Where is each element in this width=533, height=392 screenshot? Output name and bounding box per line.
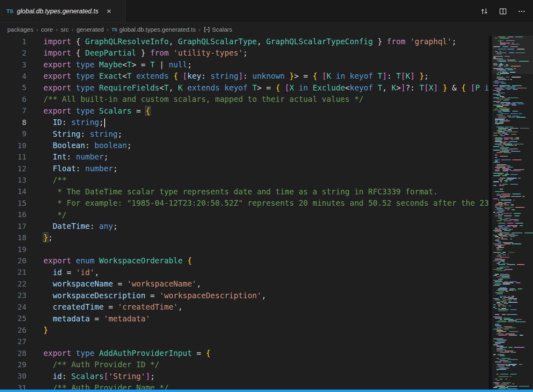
- code-content: /** All built-in and custom scalars, map…: [26, 93, 489, 105]
- ellipsis-icon: [517, 7, 526, 16]
- line-number[interactable]: 16: [0, 210, 26, 219]
- line-number[interactable]: 2: [0, 49, 26, 57]
- code-line[interactable]: 7export type Scalars = {: [0, 105, 489, 116]
- breadcrumb-label: Scalars: [212, 26, 232, 33]
- code-line[interactable]: 24 createdTime = 'createdTime',: [0, 301, 489, 312]
- code-line[interactable]: 29 /** Auth Provider ID */: [0, 359, 489, 370]
- breadcrumb-item-src[interactable]: src: [60, 26, 69, 33]
- line-number[interactable]: 8: [0, 118, 26, 127]
- open-changes-button[interactable]: [477, 4, 492, 19]
- line-number[interactable]: 14: [0, 187, 26, 196]
- code-line[interactable]: 25 metadata = 'metadata': [0, 313, 489, 324]
- code-line[interactable]: 2import { DeepPartial } from 'utility-ty…: [0, 47, 489, 58]
- scrollbar-track[interactable]: [489, 36, 492, 390]
- breadcrumb-label: packages: [7, 26, 33, 33]
- code-line[interactable]: 14 * The DateTime scalar type represents…: [0, 186, 489, 197]
- code-content: };: [26, 232, 489, 243]
- line-number[interactable]: 18: [0, 233, 26, 242]
- code-line[interactable]: 26}: [0, 324, 489, 336]
- more-actions-button[interactable]: [514, 4, 529, 19]
- line-number[interactable]: 4: [0, 72, 26, 80]
- split-editor-icon: [499, 7, 507, 16]
- line-number[interactable]: 5: [0, 83, 26, 92]
- code-line[interactable]: 19: [0, 243, 489, 255]
- breadcrumb-label: core: [41, 26, 53, 33]
- compare-changes-icon: [480, 7, 489, 16]
- code-content: */: [26, 209, 489, 220]
- line-number[interactable]: 7: [0, 106, 26, 115]
- code-line[interactable]: 20export enum WorkspaceOrderable {: [0, 255, 489, 266]
- code-content: export type Exact<T extends { [key: stri…: [26, 70, 489, 82]
- code-content: id: Scalars['String'];: [26, 370, 489, 382]
- code-line[interactable]: 11 Int: number;: [0, 151, 489, 162]
- breadcrumb: packages›core›src›generated›TSglobal.db.…: [0, 23, 489, 36]
- line-number[interactable]: 23: [0, 291, 26, 299]
- line-number[interactable]: 25: [0, 314, 26, 323]
- code-line[interactable]: 15 * For example: "1985-04-12T23:20:50.5…: [0, 197, 489, 209]
- code-line[interactable]: 12 Float: number;: [0, 163, 489, 174]
- line-number[interactable]: 10: [0, 141, 26, 150]
- code-line[interactable]: 16 */: [0, 209, 489, 220]
- line-number[interactable]: 27: [0, 337, 26, 346]
- breadcrumb-separator: ›: [71, 26, 73, 33]
- line-number[interactable]: 19: [0, 245, 26, 254]
- code-line[interactable]: 18};: [0, 232, 489, 243]
- code-line[interactable]: 31 /** Auth Provider Name */: [0, 382, 489, 390]
- line-number[interactable]: 28: [0, 349, 26, 358]
- code-line[interactable]: 8 ID: string;: [0, 116, 489, 128]
- line-number[interactable]: 31: [0, 383, 26, 390]
- split-editor-button[interactable]: [496, 4, 510, 19]
- breadcrumb-separator: ›: [36, 26, 38, 33]
- code-line[interactable]: 4export type Exact<T extends { [key: str…: [0, 70, 489, 82]
- text-cursor: [104, 118, 105, 127]
- code-editor[interactable]: 1import { GraphQLResolveInfo, GraphQLSca…: [0, 36, 489, 390]
- line-number[interactable]: 20: [0, 256, 26, 265]
- line-number[interactable]: 30: [0, 372, 26, 380]
- code-line[interactable]: 13 /**: [0, 174, 489, 185]
- code-content: export type Maybe<T> = T | null;: [26, 59, 489, 70]
- line-number[interactable]: 24: [0, 303, 26, 311]
- line-number[interactable]: 6: [0, 95, 26, 103]
- line-number[interactable]: 3: [0, 60, 26, 69]
- code-line[interactable]: 17 DateTime: any;: [0, 220, 489, 232]
- line-number[interactable]: 22: [0, 280, 26, 288]
- code-content: export type AddAuthProviderInput = {: [26, 347, 489, 359]
- code-line[interactable]: 3export type Maybe<T> = T | null;: [0, 59, 489, 70]
- line-number[interactable]: 9: [0, 129, 26, 138]
- code-line[interactable]: 30 id: Scalars['String'];: [0, 370, 489, 382]
- code-line[interactable]: 22 workspaceName = 'workspaceName',: [0, 278, 489, 289]
- breadcrumb-item-core[interactable]: core: [41, 26, 53, 33]
- symbol-structure-icon: [204, 26, 210, 33]
- code-content: /** Auth Provider Name */: [26, 382, 489, 390]
- breadcrumb-item-generated[interactable]: generated: [76, 26, 104, 33]
- line-number[interactable]: 12: [0, 164, 26, 173]
- tab-global-db-types-generated[interactable]: TS global.db.types.generated.ts ✕: [0, 0, 126, 22]
- line-number[interactable]: 1: [0, 37, 26, 46]
- code-content: }: [26, 324, 489, 336]
- code-content: DateTime: any;: [26, 220, 489, 232]
- line-number[interactable]: 26: [0, 326, 26, 334]
- code-content: * The DateTime scalar type represents da…: [26, 186, 489, 197]
- line-number[interactable]: 15: [0, 199, 26, 207]
- tab-bar: TS global.db.types.generated.ts ✕: [0, 0, 533, 23]
- line-number[interactable]: 21: [0, 268, 26, 276]
- minimap[interactable]: [492, 36, 533, 390]
- code-line[interactable]: 1import { GraphQLResolveInfo, GraphQLSca…: [0, 36, 489, 47]
- code-line[interactable]: 5export type RequireFields<T, K extends …: [0, 82, 489, 93]
- code-line[interactable]: 21 id = 'id',: [0, 267, 489, 278]
- breadcrumb-item-global-db-types-generated-ts[interactable]: TSglobal.db.types.generated.ts: [112, 26, 196, 33]
- tab-close-icon[interactable]: ✕: [105, 7, 114, 16]
- code-line[interactable]: 27: [0, 336, 489, 347]
- line-number[interactable]: 17: [0, 222, 26, 230]
- code-line[interactable]: 28export type AddAuthProviderInput = {: [0, 347, 489, 359]
- code-line[interactable]: 9 String: string;: [0, 128, 489, 140]
- code-line[interactable]: 23 workspaceDescription = 'workspaceDesc…: [0, 290, 489, 301]
- line-number[interactable]: 13: [0, 176, 26, 184]
- line-number[interactable]: 11: [0, 153, 26, 161]
- code-area: 1import { GraphQLResolveInfo, GraphQLSca…: [0, 36, 489, 390]
- breadcrumb-item-scalars[interactable]: Scalars: [204, 26, 232, 33]
- code-line[interactable]: 10 Boolean: boolean;: [0, 140, 489, 151]
- breadcrumb-item-packages[interactable]: packages: [7, 26, 33, 33]
- line-number[interactable]: 29: [0, 360, 26, 369]
- code-line[interactable]: 6/** All built-in and custom scalars, ma…: [0, 93, 489, 105]
